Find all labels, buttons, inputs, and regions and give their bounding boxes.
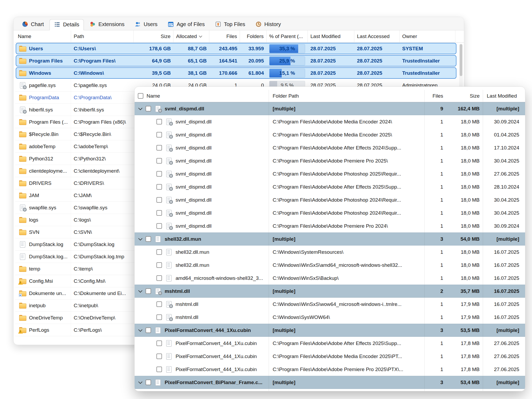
- column-header-size[interactable]: Size: [446, 90, 483, 102]
- folder-path-cell: C:\Program Files\Adobe\Adobe After Effec…: [269, 337, 425, 350]
- column-header-folders[interactable]: Folders: [240, 30, 267, 42]
- folder-path-cell: C:\Windows\WinSxS\amd64_microsoft-window…: [269, 259, 425, 272]
- tab-chart[interactable]: Chart: [17, 19, 48, 30]
- duplicate-file-row[interactable]: PixelFormatConvert_444_1Xu.cubin C:\Prog…: [135, 363, 525, 376]
- column-header-path[interactable]: Path: [71, 30, 134, 42]
- duplicate-file-row[interactable]: PixelFormatConvert_444_1Xu.cubin C:\Prog…: [135, 350, 525, 363]
- folder-icon: [19, 168, 26, 174]
- duplicate-group-row[interactable]: svml_dispmd.dll [multiple] 9 162,4 MB [m…: [135, 102, 525, 115]
- row-checkbox[interactable]: [156, 249, 162, 255]
- group-checkbox[interactable]: [146, 327, 151, 333]
- duplicate-file-row[interactable]: svml_dispmd.dll C:\Program Files\Adobe\A…: [135, 180, 525, 193]
- collapse-chevron-icon[interactable]: [138, 289, 143, 293]
- file-name-cell: svml_dispmd.dll: [135, 219, 269, 232]
- size-cell: 64,9 GB: [134, 55, 173, 67]
- duplicate-file-row[interactable]: svml_dispmd.dll C:\Program Files\Adobe\A…: [135, 141, 525, 154]
- column-header-files[interactable]: Files: [209, 30, 240, 42]
- size-cell: 18,0 MB: [446, 115, 483, 128]
- file-gear-icon: [165, 119, 172, 125]
- duplicate-file-row[interactable]: svml_dispmd.dll C:\Program Files\Adobe\A…: [135, 219, 525, 232]
- files-cell: 1: [425, 167, 446, 180]
- column-header-allocated[interactable]: Allocated: [173, 30, 209, 42]
- duplicate-group-row[interactable]: shell32.dll.mun [multiple] 3 54,0 MB [mu…: [135, 232, 525, 246]
- file-name: svml_dispmd.dll: [176, 184, 211, 190]
- duplicate-file-row[interactable]: PixelFormatConvert_444_1Xu.cubin C:\Prog…: [135, 337, 525, 350]
- duplicate-group-row[interactable]: PixelFormatConvert_BiPlanar_Frame.c... […: [135, 376, 525, 389]
- collapse-chevron-icon[interactable]: [138, 106, 143, 110]
- column-header-percent-of-parent[interactable]: % of Parent (...: [267, 30, 308, 42]
- row-checkbox[interactable]: [156, 184, 162, 190]
- folder-path-cell: C:\Program Files\Adobe\Adobe Media Encod…: [269, 350, 425, 363]
- row-checkbox[interactable]: [156, 171, 162, 177]
- duplicate-file-row[interactable]: svml_dispmd.dll C:\Program Files\Adobe\A…: [135, 193, 525, 206]
- tab-extensions[interactable]: Extensions: [85, 19, 129, 30]
- duplicate-file-row[interactable]: svml_dispmd.dll C:\Program Files\Adobe\A…: [135, 115, 525, 128]
- row-checkbox[interactable]: [156, 145, 162, 151]
- group-checkbox[interactable]: [146, 380, 151, 385]
- table-row[interactable]: Program Files C:\Program Files\ 64,9 GB …: [15, 55, 464, 67]
- folder-path-cell: C:\Program Files\Adobe\Adobe Media Encod…: [269, 128, 425, 141]
- folder-path-cell: C:\Program Files\Adobe\Adobe Photoshop 2…: [269, 193, 425, 206]
- row-checkbox[interactable]: [156, 262, 162, 268]
- tab-top-files[interactable]: Top Files: [210, 19, 250, 30]
- size-cell: 18,0 MB: [446, 154, 483, 167]
- collapse-chevron-icon[interactable]: [138, 328, 143, 332]
- duplicate-file-row[interactable]: amd64_microsoft-windows-shell32_3... C:\…: [135, 272, 525, 285]
- table-row[interactable]: Users C:\Users\ 178,6 GB 88,7 GB 243.495…: [15, 43, 464, 55]
- duplicate-file-row[interactable]: mshtml.dll C:\Windows\SysWOW64\ 1 17,9 M…: [135, 311, 525, 324]
- duplicate-group-row[interactable]: mshtml.dll [multiple] 2 35,7 MB 16.07.20…: [135, 285, 525, 298]
- group-name: mshtml.dll: [165, 288, 190, 294]
- duplicate-file-row[interactable]: shell32.dll.mun C:\Windows\SystemResourc…: [135, 246, 525, 259]
- scrollbar-thumb[interactable]: [460, 44, 462, 76]
- duplicate-file-row[interactable]: svml_dispmd.dll C:\Program Files\Adobe\A…: [135, 206, 525, 219]
- column-header-name[interactable]: Name: [135, 90, 269, 102]
- select-all-checkbox[interactable]: [138, 93, 143, 99]
- folder-icon: [19, 217, 26, 223]
- column-header-owner[interactable]: Owner: [400, 30, 455, 42]
- column-header-size[interactable]: Size: [134, 30, 173, 42]
- tab-history[interactable]: History: [251, 19, 285, 30]
- tab-details[interactable]: Details: [49, 19, 84, 30]
- last-modified-cell: 30.04.2025: [483, 206, 523, 219]
- size-cell: 39,5 GB: [134, 67, 173, 79]
- column-header-files[interactable]: Files: [425, 90, 446, 102]
- row-checkbox[interactable]: [156, 354, 162, 359]
- row-checkbox[interactable]: [156, 314, 162, 320]
- column-header-name[interactable]: Name: [15, 30, 71, 42]
- duplicate-file-row[interactable]: PixelFormatConvert_BiPlanar_Frame.c... C…: [135, 389, 525, 391]
- item-name: SVN: [29, 229, 39, 235]
- duplicate-file-row[interactable]: shell32.dll.mun C:\Windows\WinSxS\amd64_…: [135, 259, 525, 272]
- collapse-chevron-icon[interactable]: [138, 236, 143, 241]
- group-checkbox[interactable]: [146, 236, 151, 242]
- duplicate-file-row[interactable]: svml_dispmd.dll C:\Program Files\Adobe\A…: [135, 167, 525, 180]
- group-checkbox[interactable]: [146, 288, 151, 294]
- file-gear-icon: [19, 205, 26, 211]
- table-row[interactable]: Windows C:\Windows\ 39,5 GB 38,1 GB 170.…: [15, 67, 464, 79]
- duplicate-file-row[interactable]: svml_dispmd.dll C:\Program Files\Adobe\A…: [135, 128, 525, 141]
- tab-users[interactable]: Users: [130, 19, 162, 30]
- row-checkbox[interactable]: [156, 301, 162, 307]
- column-header-last-modified[interactable]: Last Modified: [483, 90, 523, 102]
- column-header-last-accessed[interactable]: Last Accessed: [354, 30, 400, 42]
- name-cell: ProgramData: [15, 92, 71, 103]
- path-cell: C:\hiberfil.sys: [71, 104, 134, 116]
- row-checkbox[interactable]: [156, 197, 162, 203]
- tab-age-of-files[interactable]: Age of Files: [163, 19, 209, 30]
- row-checkbox[interactable]: [156, 275, 162, 281]
- row-checkbox[interactable]: [156, 367, 162, 372]
- collapse-chevron-icon[interactable]: [138, 380, 143, 384]
- row-checkbox[interactable]: [156, 210, 162, 216]
- duplicate-group-row[interactable]: PixelFormatConvert_444_1Xu.cubin [multip…: [135, 324, 525, 337]
- group-checkbox[interactable]: [146, 106, 151, 111]
- duplicate-file-row[interactable]: svml_dispmd.dll C:\Program Files\Adobe\A…: [135, 154, 525, 167]
- row-checkbox[interactable]: [156, 340, 162, 346]
- row-checkbox[interactable]: [156, 119, 162, 124]
- row-checkbox[interactable]: [156, 132, 162, 138]
- allocated-cell: 65,1 GB: [173, 55, 209, 67]
- column-header-folder-path[interactable]: Folder Path: [269, 90, 425, 102]
- row-checkbox[interactable]: [156, 158, 162, 164]
- row-checkbox[interactable]: [156, 223, 162, 229]
- name-cell: Program Files: [15, 55, 71, 67]
- duplicate-file-row[interactable]: mshtml.dll C:\Windows\WinSxS\wow64_micro…: [135, 298, 525, 311]
- column-header-last-modified[interactable]: Last Modified: [308, 30, 354, 42]
